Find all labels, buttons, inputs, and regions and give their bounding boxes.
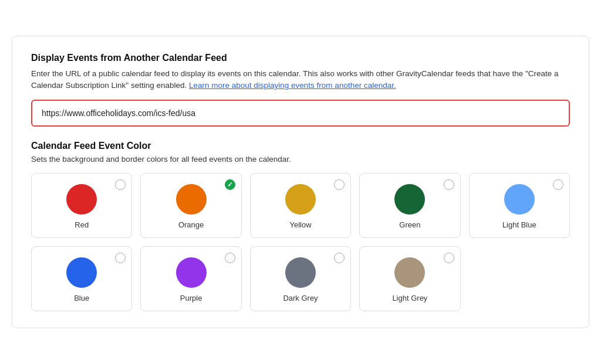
color-label-purple: Purple xyxy=(180,294,202,302)
radio-light-blue xyxy=(553,179,563,190)
main-container: Display Events from Another Calendar Fee… xyxy=(12,36,589,329)
color-circle-orange xyxy=(176,184,207,215)
color-circle-dark-grey xyxy=(285,257,316,288)
color-label-green: Green xyxy=(399,220,420,229)
url-input-wrapper xyxy=(31,100,570,127)
color-label-light-blue: Light Blue xyxy=(502,220,536,229)
color-card-light-grey[interactable]: Light Grey xyxy=(359,246,460,311)
color-label-red: Red xyxy=(75,220,89,229)
color-circle-purple xyxy=(176,257,207,288)
color-section-desc: Sets the background and border colors fo… xyxy=(31,155,570,164)
color-circle-red xyxy=(66,184,97,215)
color-circle-blue xyxy=(66,257,97,288)
color-grid-row1: RedOrangeYellowGreenLight Blue xyxy=(31,173,570,238)
color-circle-green xyxy=(394,184,425,215)
color-card-blue[interactable]: Blue xyxy=(31,246,132,311)
section-description: Enter the URL of a public calendar feed … xyxy=(31,68,570,92)
color-card-green[interactable]: Green xyxy=(359,173,460,238)
radio-light-grey xyxy=(444,253,454,263)
color-label-orange: Orange xyxy=(178,220,204,229)
color-section-title: Calendar Feed Event Color xyxy=(31,141,570,151)
radio-blue xyxy=(115,253,126,263)
color-card-orange[interactable]: Orange xyxy=(140,173,241,238)
color-circle-yellow xyxy=(285,184,316,215)
color-card-purple[interactable]: Purple xyxy=(140,246,241,311)
color-label-dark-grey: Dark Grey xyxy=(283,294,318,302)
radio-red xyxy=(115,179,126,190)
color-circle-light-blue xyxy=(504,184,535,215)
learn-more-link[interactable]: Learn more about displaying events from … xyxy=(189,81,396,90)
radio-dark-grey xyxy=(334,253,345,263)
section-title: Display Events from Another Calendar Fee… xyxy=(31,53,570,63)
color-label-yellow: Yellow xyxy=(289,220,311,229)
color-card-red[interactable]: Red xyxy=(31,173,132,238)
color-circle-light-grey xyxy=(394,257,425,288)
radio-yellow xyxy=(334,179,345,190)
radio-green xyxy=(444,179,454,190)
color-card-yellow[interactable]: Yellow xyxy=(250,173,351,238)
color-card-light-blue[interactable]: Light Blue xyxy=(469,173,570,238)
color-label-blue: Blue xyxy=(74,294,89,302)
color-grid-row2: BluePurpleDark GreyLight Grey xyxy=(31,246,570,311)
radio-purple xyxy=(225,253,235,263)
radio-orange xyxy=(225,179,235,190)
color-card-dark-grey[interactable]: Dark Grey xyxy=(250,246,351,311)
color-label-light-grey: Light Grey xyxy=(392,294,427,302)
url-input[interactable] xyxy=(42,108,559,118)
